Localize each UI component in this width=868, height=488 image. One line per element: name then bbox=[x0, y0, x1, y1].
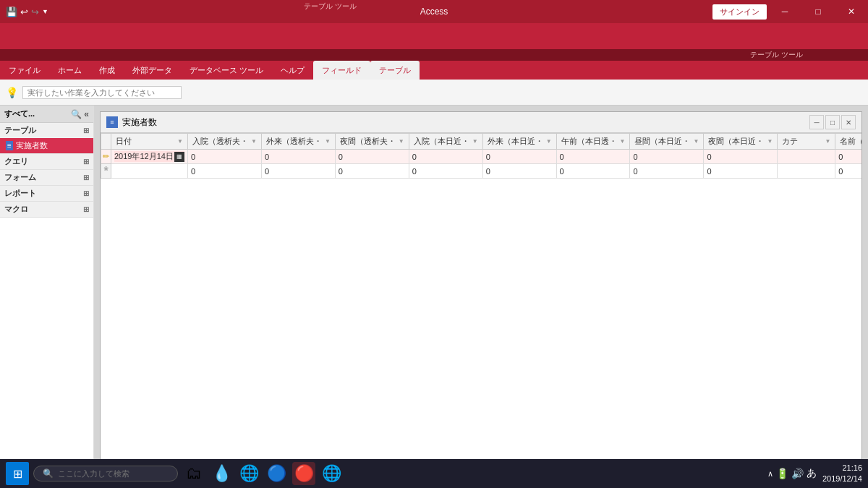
table-maximize-button[interactable]: □ bbox=[825, 115, 840, 129]
queries-section-label: クエリ bbox=[4, 156, 28, 167]
nav-item-jisshasha[interactable]: ≡ 実施者数 bbox=[0, 138, 93, 153]
signin-button[interactable]: サインイン bbox=[712, 4, 767, 20]
col-nyuin-sort-icon[interactable]: ▼ bbox=[251, 138, 257, 145]
command-search-input[interactable] bbox=[22, 86, 182, 99]
cell-kate-new[interactable] bbox=[778, 164, 835, 179]
nav-section-header-queries[interactable]: クエリ ⊞ bbox=[0, 154, 93, 169]
start-button[interactable]: ⊞ bbox=[6, 462, 29, 485]
cell-gozen-new[interactable]: 0 bbox=[556, 164, 630, 179]
cell-yakan-h-new[interactable]: 0 bbox=[704, 164, 778, 179]
taskbar-chevron-icon[interactable]: ∧ bbox=[767, 469, 773, 479]
col-gozen-sort-icon[interactable]: ▼ bbox=[620, 138, 626, 145]
macros-expand-icon[interactable]: ⊞ bbox=[83, 205, 89, 213]
save-icon[interactable]: 💾 bbox=[6, 7, 17, 17]
dropdown-icon[interactable]: ▼ bbox=[42, 8, 48, 15]
tab-external[interactable]: 外部データ bbox=[124, 61, 181, 80]
cell-yakan-new[interactable]: 0 bbox=[335, 164, 409, 179]
col-nyuin-honjitsu-sort-icon[interactable]: ▼ bbox=[472, 138, 478, 145]
tables-expand-icon[interactable]: ⊞ bbox=[83, 127, 89, 134]
taskbar-volume-icon[interactable]: 🔊 bbox=[791, 468, 804, 479]
tab-create[interactable]: 作成 bbox=[90, 61, 124, 80]
cell-gairai-h-1[interactable]: 0 bbox=[482, 150, 556, 164]
col-header-namae-kate[interactable]: 名前（カテ ▼ bbox=[835, 134, 861, 150]
tab-home[interactable]: ホーム bbox=[49, 61, 90, 80]
col-header-nyuin-toushi[interactable]: 入院（透析夫・ ▼ bbox=[187, 134, 261, 150]
minimize-button[interactable]: ─ bbox=[768, 0, 801, 23]
tab-table[interactable]: テーブル bbox=[370, 61, 420, 80]
taskbar-clock[interactable]: 21:16 2019/12/14 bbox=[822, 463, 862, 485]
nav-section-header-tables[interactable]: テーブル ⊞ bbox=[0, 123, 93, 138]
col-gairai-honjitsu-sort-icon[interactable]: ▼ bbox=[546, 138, 552, 145]
col-header-gozen-honjitsu[interactable]: 午前（本日透・ ▼ bbox=[556, 134, 630, 150]
col-header-kate[interactable]: カテ ▼ bbox=[778, 134, 835, 150]
cell-namae-1[interactable]: 0 bbox=[835, 150, 861, 164]
taskbar-access-icon[interactable]: 🔴 bbox=[292, 462, 315, 485]
col-header-hiruma-honjitsu[interactable]: 昼間（本日近・ ▼ bbox=[630, 134, 704, 150]
date-cell-new[interactable] bbox=[111, 164, 188, 179]
cell-gairai-1[interactable]: 0 bbox=[261, 150, 335, 164]
cell-nyuin-1[interactable]: 0 bbox=[187, 150, 261, 164]
nav-section-header-forms[interactable]: フォーム ⊞ bbox=[0, 170, 93, 185]
taskbar-explorer-icon[interactable]: 🗂 bbox=[182, 462, 205, 485]
table-close-button[interactable]: ✕ bbox=[841, 115, 856, 129]
taskbar-search-box[interactable]: 🔍 bbox=[33, 466, 178, 481]
tab-dbtools[interactable]: データベース ツール bbox=[181, 61, 272, 80]
cell-hiruma-1[interactable]: 0 bbox=[630, 150, 704, 164]
cell-gairai-h-new[interactable]: 0 bbox=[482, 164, 556, 179]
datasheet-container[interactable]: 日付 ▼ 入院（透析夫・ ▼ bbox=[101, 133, 861, 487]
col-yakan-sort-icon[interactable]: ▼ bbox=[399, 138, 404, 145]
reports-expand-icon[interactable]: ⊞ bbox=[83, 189, 89, 197]
col-date-sort-icon[interactable]: ▼ bbox=[177, 138, 183, 145]
taskbar-dropbox-icon[interactable]: 💧 bbox=[210, 462, 233, 485]
tab-field[interactable]: フィールド bbox=[313, 61, 370, 80]
col-header-yakan-honjitsu[interactable]: 夜間（本日近・ ▼ bbox=[704, 134, 778, 150]
col-gairai-sort-icon[interactable]: ▼ bbox=[325, 138, 331, 145]
redo-icon[interactable]: ↪ bbox=[31, 7, 39, 17]
col-header-yakan-toushi[interactable]: 夜間（透析夫・ ▼ bbox=[335, 134, 409, 150]
table-tools-label: テーブル ツール bbox=[304, 1, 357, 12]
close-button[interactable]: ✕ bbox=[835, 0, 868, 23]
taskbar-search-input[interactable] bbox=[58, 469, 159, 478]
taskbar-ime-icon[interactable]: あ bbox=[807, 467, 817, 480]
col-header-date[interactable]: 日付 ▼ bbox=[111, 134, 188, 150]
cell-nyuin-h-1[interactable]: 0 bbox=[409, 150, 482, 164]
cell-kate-1[interactable] bbox=[778, 150, 835, 164]
tabs-container: ファイル ホーム 作成 外部データ データベース ツール ヘルプ フィールド テ… bbox=[0, 61, 868, 80]
nav-collapse-icon[interactable]: « bbox=[84, 109, 89, 119]
maximize-button[interactable]: □ bbox=[801, 0, 835, 23]
cell-gozen-1[interactable]: 0 bbox=[556, 150, 630, 164]
undo-icon[interactable]: ↩ bbox=[20, 7, 28, 17]
cell-yakan-h-1[interactable]: 0 bbox=[704, 150, 778, 164]
table-minimize-button[interactable]: ─ bbox=[809, 115, 824, 129]
date-cell-1[interactable]: 2019年12月14日 ▦ bbox=[111, 150, 188, 164]
queries-expand-icon[interactable]: ⊞ bbox=[83, 158, 89, 166]
col-hiruma-sort-icon[interactable]: ▼ bbox=[693, 138, 699, 145]
col-header-nyuin-honjitsu[interactable]: 入院（本日近・ ▼ bbox=[409, 134, 482, 150]
col-nyuin-toushi-label: 入院（透析夫・ bbox=[192, 136, 248, 147]
tab-file[interactable]: ファイル bbox=[0, 61, 49, 80]
tab-help[interactable]: ヘルプ bbox=[272, 61, 313, 80]
cell-namae-new[interactable]: 0 bbox=[835, 164, 861, 179]
cell-nyuin-new[interactable]: 0 bbox=[187, 164, 261, 179]
cell-yakan-1[interactable]: 0 bbox=[335, 150, 409, 164]
nav-section-macros: マクロ ⊞ bbox=[0, 202, 93, 218]
nav-search-icon[interactable]: 🔍 bbox=[71, 109, 82, 119]
taskbar-chrome-icon[interactable]: 🌐 bbox=[237, 462, 260, 485]
col-header-date-label: 日付 bbox=[116, 136, 132, 147]
cell-hiruma-new[interactable]: 0 bbox=[630, 164, 704, 179]
col-header-gairai-toushi[interactable]: 外来（透析夫・ ▼ bbox=[261, 134, 335, 150]
col-kate-sort-icon[interactable]: ▼ bbox=[825, 138, 830, 145]
cell-gairai-new[interactable]: 0 bbox=[261, 164, 335, 179]
forms-expand-icon[interactable]: ⊞ bbox=[83, 174, 89, 181]
taskbar-app6-icon[interactable]: 🌐 bbox=[320, 462, 343, 485]
col-nyuin-honjitsu-label: 入院（本日近・ bbox=[414, 136, 469, 147]
nav-section-header-reports[interactable]: レポート ⊞ bbox=[0, 186, 93, 201]
calendar-button[interactable]: ▦ bbox=[174, 152, 184, 162]
taskbar-ie-icon[interactable]: 🔵 bbox=[265, 462, 288, 485]
nav-header-icons[interactable]: 🔍 « bbox=[71, 109, 89, 119]
table-window: ≡ 実施者数 ─ □ ✕ bbox=[100, 111, 862, 488]
col-yakan-honjitsu-sort-icon[interactable]: ▼ bbox=[767, 138, 773, 145]
col-header-gairai-honjitsu[interactable]: 外来（本日近・ ▼ bbox=[482, 134, 556, 150]
cell-nyuin-h-new[interactable]: 0 bbox=[409, 164, 482, 179]
nav-section-header-macros[interactable]: マクロ ⊞ bbox=[0, 202, 93, 217]
